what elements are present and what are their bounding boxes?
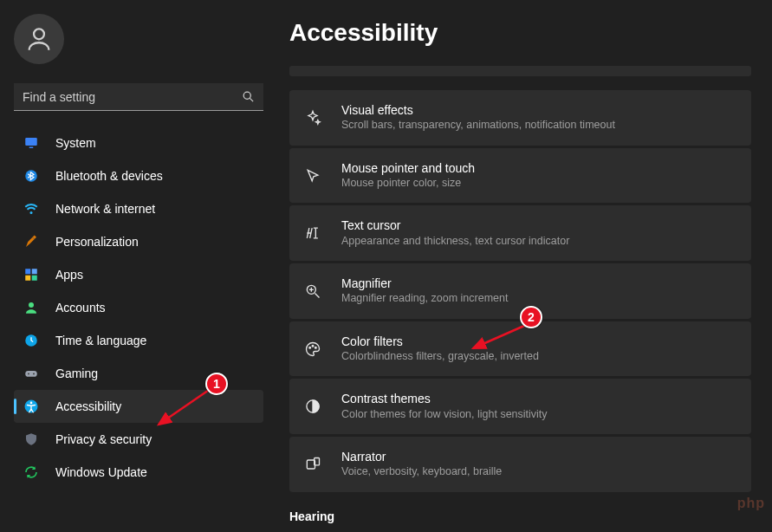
sidebar-item-label: Gaming <box>55 367 98 380</box>
account-icon <box>23 299 40 316</box>
card-desc: Appearance and thickness, text cursor in… <box>341 234 569 250</box>
svg-rect-9 <box>25 276 30 281</box>
card-title: Text cursor <box>341 217 569 233</box>
sidebar-item-label: Privacy & security <box>55 432 152 446</box>
search-input[interactable] <box>23 90 242 104</box>
cursor-icon <box>303 166 322 185</box>
svg-point-11 <box>29 302 34 308</box>
sidebar-item-privacy[interactable]: Privacy & security <box>14 423 263 456</box>
sidebar-item-label: Network & internet <box>55 202 155 216</box>
sidebar-item-update[interactable]: Windows Update <box>14 456 263 489</box>
sparkle-icon <box>303 108 322 127</box>
card-mouse-pointer[interactable]: Mouse pointer and touchMouse pointer col… <box>289 148 751 204</box>
card-title: Visual effects <box>341 102 615 118</box>
card-title: Magnifier <box>341 276 508 291</box>
bluetooth-icon <box>23 167 40 185</box>
card-desc: Magnifier reading, zoom increment <box>341 291 508 307</box>
svg-point-23 <box>309 347 311 348</box>
sidebar-item-label: Accessibility <box>55 399 121 413</box>
main-panel: Accessibility Visual effectsScroll bars,… <box>274 0 772 532</box>
card-desc: Mouse pointer color, size <box>341 176 475 191</box>
palette-icon <box>303 340 322 359</box>
sidebar-item-personalization[interactable]: Personalization <box>14 225 263 258</box>
contrast-icon <box>303 397 322 416</box>
sidebar-item-label: Time & language <box>55 334 146 347</box>
magnifier-icon <box>303 282 322 301</box>
card-title: Contrast themes <box>341 391 548 406</box>
card-desc: Colorblindness filters, grayscale, inver… <box>341 349 539 365</box>
svg-point-14 <box>28 373 29 374</box>
shield-icon <box>23 431 40 448</box>
annotation-badge-2: 2 <box>520 306 542 328</box>
sidebar-item-bluetooth[interactable]: Bluetooth & devices <box>14 159 263 192</box>
svg-point-24 <box>312 345 314 347</box>
narrator-icon <box>303 455 322 474</box>
sidebar-item-system[interactable]: System <box>14 127 263 159</box>
monitor-icon <box>23 134 40 152</box>
card-contrast-themes[interactable]: Contrast themesColor themes for low visi… <box>289 379 751 434</box>
card-visual-effects[interactable]: Visual effectsScroll bars, transparency,… <box>289 90 751 146</box>
svg-point-25 <box>315 347 317 348</box>
sidebar: System Bluetooth & devices Network & int… <box>0 0 274 532</box>
watermark: php <box>737 496 765 511</box>
svg-rect-4 <box>29 147 34 149</box>
card-title: Color filters <box>341 334 539 349</box>
svg-rect-8 <box>32 269 37 274</box>
sidebar-item-time[interactable]: Time & language <box>14 324 263 357</box>
svg-point-15 <box>33 373 35 374</box>
svg-point-17 <box>30 402 33 405</box>
gamepad-icon <box>23 365 40 382</box>
user-avatar[interactable] <box>14 14 64 64</box>
sidebar-item-label: Personalization <box>55 235 139 249</box>
page-title: Accessibility <box>289 19 751 47</box>
svg-point-1 <box>243 92 250 99</box>
accessibility-icon <box>23 398 40 415</box>
apps-icon <box>23 266 40 283</box>
sidebar-item-label: Apps <box>55 268 83 282</box>
update-icon <box>23 464 40 481</box>
card-color-filters[interactable]: Color filtersColorblindness filters, gra… <box>289 321 751 377</box>
card-narrator[interactable]: NarratorVoice, verbosity, keyboard, brai… <box>289 437 751 492</box>
paintbrush-icon <box>23 233 40 250</box>
svg-line-20 <box>315 293 320 297</box>
svg-line-2 <box>250 98 253 101</box>
svg-point-0 <box>34 29 44 39</box>
card-magnifier[interactable]: MagnifierMagnifier reading, zoom increme… <box>289 263 751 319</box>
sidebar-item-label: Bluetooth & devices <box>55 169 163 183</box>
text-cursor-icon <box>303 224 322 243</box>
sidebar-item-accounts[interactable]: Accounts <box>14 291 263 324</box>
card-text-cursor[interactable]: Text cursorAppearance and thickness, tex… <box>289 205 751 261</box>
sidebar-item-accessibility[interactable]: Accessibility <box>14 390 263 423</box>
sidebar-item-label: Accounts <box>55 301 106 315</box>
section-hearing: Hearing <box>289 509 751 523</box>
sidebar-item-network[interactable]: Network & internet <box>14 192 263 225</box>
sidebar-item-apps[interactable]: Apps <box>14 258 263 291</box>
card-title: Mouse pointer and touch <box>341 160 475 176</box>
card-title: Narrator <box>341 449 502 464</box>
prev-card-stub <box>289 66 751 76</box>
search-icon <box>242 90 255 103</box>
card-desc: Scroll bars, transparency, animations, n… <box>341 118 615 133</box>
nav-list: System Bluetooth & devices Network & int… <box>14 127 263 489</box>
svg-rect-7 <box>25 269 30 274</box>
annotation-badge-1: 1 <box>205 373 228 395</box>
card-desc: Color themes for low vision, light sensi… <box>341 407 548 423</box>
svg-point-6 <box>30 211 33 214</box>
sidebar-item-label: System <box>55 136 96 150</box>
sidebar-item-label: Windows Update <box>55 465 147 479</box>
person-icon <box>24 24 54 54</box>
svg-rect-13 <box>25 371 37 377</box>
svg-rect-10 <box>32 276 37 281</box>
clock-icon <box>23 332 40 349</box>
wifi-icon <box>23 200 40 217</box>
card-desc: Voice, verbosity, keyboard, braille <box>341 464 502 480</box>
svg-rect-3 <box>25 138 37 146</box>
search-box[interactable] <box>14 83 263 111</box>
